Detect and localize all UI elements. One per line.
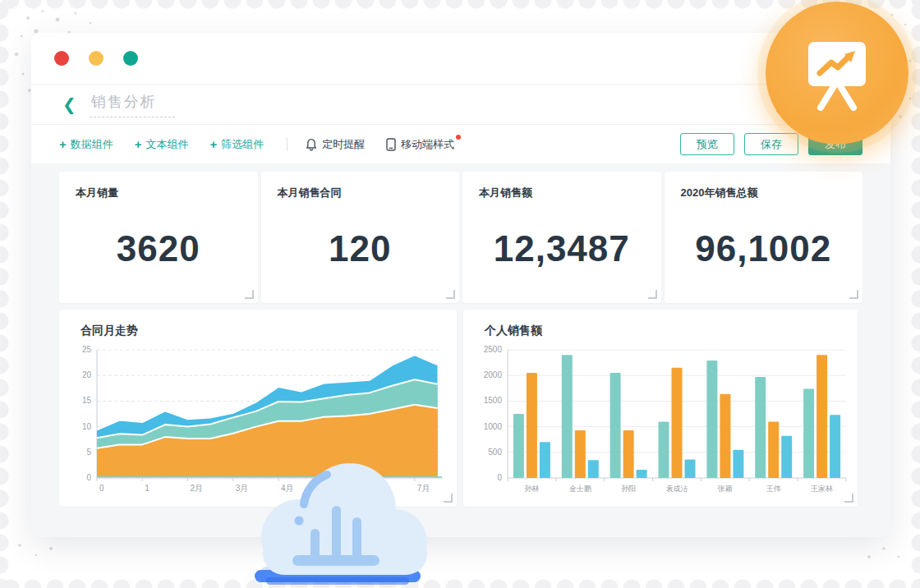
stat-card-monthly-sales-amount[interactable]: 本月销售额 12,3487 [462,172,661,303]
personal-sales-chart-widget[interactable]: 个人销售额 05001000150020002500孙林金士鹏孙阳袁成洁张颖王伟… [463,310,858,507]
timed-reminder-button[interactable]: 定时提醒 [306,137,365,152]
stat-card-monthly-sales-volume[interactable]: 本月销量 3620 [59,172,258,303]
lace-border-left [0,0,16,588]
chart-title: 个人销售额 [485,324,858,338]
svg-text:15: 15 [82,396,92,405]
timed-reminder-label: 定时提醒 [322,137,365,152]
save-button[interactable]: 保存 [744,133,798,155]
promo-circle-decoration [766,2,908,145]
stat-card-yearly-total[interactable]: 2020年销售总额 96,1002 [665,172,863,303]
mobile-phone-icon [386,138,396,151]
add-filter-widget-label: 筛选组件 [221,137,264,152]
maximize-window-button[interactable] [123,51,138,66]
add-filter-widget-button[interactable]: + 筛选组件 [210,137,264,152]
svg-text:1000: 1000 [484,422,503,431]
mobile-style-button[interactable]: 移动端样式 [386,137,454,152]
svg-text:2月: 2月 [191,484,204,493]
bar-chart-svg: 05001000150020002500孙林金士鹏孙阳袁成洁张颖王伟王家林 [463,340,858,503]
dashboard-title-input[interactable]: 销售分析 [90,92,175,117]
svg-text:1500: 1500 [484,396,503,405]
svg-text:王伟: 王伟 [766,485,781,493]
mobile-style-label: 移动端样式 [401,137,454,152]
bell-icon [306,138,317,151]
lace-border-top [0,0,920,16]
app-window: ❮ 销售分析 ? 帮助 + 数据组件 + 文本组件 [31,33,890,535]
plus-icon: + [59,138,67,150]
stat-label: 本月销售合同 [278,186,342,200]
add-data-widget-label: 数据组件 [71,137,113,152]
cloud-icon [245,457,430,588]
back-button[interactable]: ❮ [62,96,76,113]
dashboard-canvas: 本月销量 3620 本月销售合同 120 本月销售额 12,3487 2020年… [31,163,890,537]
stat-label: 本月销售额 [479,186,532,200]
stat-card-monthly-contracts[interactable]: 本月销售合同 120 [261,172,460,303]
svg-text:王家林: 王家林 [811,485,833,493]
svg-text:2000: 2000 [484,370,503,379]
lace-border-bottom [0,572,920,588]
toolbar-divider [287,138,288,151]
svg-text:0: 0 [86,473,91,482]
svg-text:张颖: 张颖 [718,485,733,493]
stat-label: 本月销量 [76,186,118,200]
svg-text:2500: 2500 [484,345,503,354]
builder-toolbar: + 数据组件 + 文本组件 + 筛选组件 定时提醒 移动端样式 [31,125,890,163]
svg-text:金士鹏: 金士鹏 [569,485,591,493]
svg-text:1: 1 [145,484,150,493]
svg-text:0: 0 [497,473,502,482]
chart-title: 合同月走势 [80,324,457,338]
minimize-window-button[interactable] [89,51,104,66]
add-text-widget-label: 文本组件 [146,137,189,152]
resize-handle[interactable] [446,290,455,299]
svg-text:500: 500 [488,448,502,457]
plus-icon: + [135,138,142,150]
notification-badge [456,135,461,140]
charts-row: 合同月走势 0510152025012月3月4月5月6月7月 个人销售额 050… [59,310,862,507]
window-titlebar [31,33,890,85]
resize-handle[interactable] [844,494,853,503]
stat-label: 2020年销售总额 [681,186,758,200]
svg-text:25: 25 [82,345,92,354]
svg-text:0: 0 [99,484,104,493]
resize-handle[interactable] [849,290,858,299]
cloud-chart-decoration [245,457,430,588]
preview-button[interactable]: 预览 [680,133,734,155]
close-window-button[interactable] [54,51,69,66]
stat-cards-row: 本月销量 3620 本月销售合同 120 本月销售额 12,3487 2020年… [59,172,862,303]
svg-text:10: 10 [82,422,92,431]
add-text-widget-button[interactable]: + 文本组件 [135,137,189,152]
svg-text:孙林: 孙林 [524,485,539,493]
svg-text:袁成洁: 袁成洁 [666,485,688,493]
page-header: ❮ 销售分析 ? 帮助 [31,85,890,125]
resize-handle[interactable] [648,290,657,299]
presentation-chart-icon [798,32,876,114]
resize-handle[interactable] [245,290,254,299]
svg-text:5: 5 [86,448,91,457]
resize-handle[interactable] [444,494,453,503]
add-data-widget-button[interactable]: + 数据组件 [59,137,113,152]
svg-text:20: 20 [82,370,92,379]
svg-text:孙阳: 孙阳 [621,485,636,493]
plus-icon: + [210,138,218,150]
